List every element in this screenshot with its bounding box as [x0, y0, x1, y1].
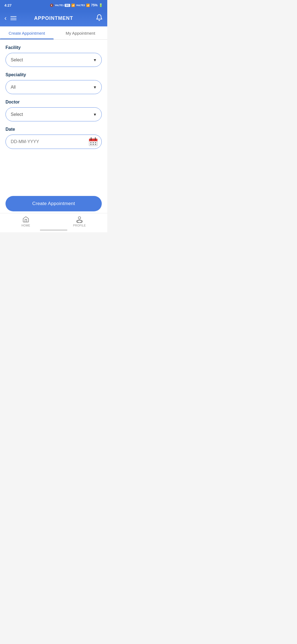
- doctor-group: Doctor Select ▼: [6, 100, 102, 121]
- create-appointment-button[interactable]: Create Appointment: [6, 196, 102, 211]
- svg-point-12: [77, 220, 81, 223]
- header-left: ‹: [4, 14, 16, 22]
- form-content: Facility Select ▼ Speciality All ▼ Docto…: [0, 40, 107, 193]
- back-button[interactable]: ‹: [4, 14, 7, 22]
- battery-text: 75%: [91, 3, 98, 7]
- speciality-select[interactable]: All: [6, 80, 102, 94]
- profile-icon: [76, 216, 83, 223]
- facility-label: Facility: [6, 45, 102, 50]
- lte2-label: VoLTE2: [76, 4, 85, 7]
- notification-bell-icon[interactable]: [96, 14, 103, 23]
- facility-select[interactable]: Select: [6, 53, 102, 67]
- lte1-label: VoLTE1: [55, 4, 64, 7]
- signal2-icon: 📶: [86, 4, 90, 7]
- speciality-group: Speciality All ▼: [6, 72, 102, 94]
- battery-icon: 🔋: [99, 3, 103, 7]
- tab-bar: Create Appointment My Appointment: [0, 26, 107, 40]
- home-icon: [22, 216, 29, 223]
- date-label: Date: [6, 127, 102, 132]
- speciality-select-wrapper: All ▼: [6, 80, 102, 94]
- facility-select-wrapper: Select ▼: [6, 53, 102, 67]
- mute-icon: 🔇: [50, 4, 54, 7]
- page-title: APPOINTMENT: [34, 15, 73, 21]
- signal-icon: 📶: [71, 4, 75, 7]
- doctor-select-wrapper: Select ▼: [6, 107, 102, 121]
- profile-nav-label: PROFILE: [73, 224, 86, 227]
- status-icons: 🔇 VoLTE1 5G 📶 VoLTE2 📶 75% 🔋: [50, 3, 103, 7]
- status-bar: 4:27 🔇 VoLTE1 5G 📶 VoLTE2 📶 75% 🔋: [0, 0, 107, 10]
- nav-profile[interactable]: PROFILE: [73, 216, 86, 227]
- date-input[interactable]: [6, 135, 102, 149]
- doctor-label: Doctor: [6, 100, 102, 105]
- date-group: Date: [6, 127, 102, 149]
- date-input-wrapper: [6, 135, 102, 149]
- gesture-bar: [40, 230, 67, 231]
- tab-my-appointment[interactable]: My Appointment: [54, 26, 107, 39]
- tab-create-appointment[interactable]: Create Appointment: [0, 26, 54, 39]
- app-header: ‹ APPOINTMENT: [0, 10, 107, 26]
- facility-group: Facility Select ▼: [6, 45, 102, 67]
- svg-point-11: [78, 217, 81, 219]
- home-nav-label: HOME: [21, 224, 30, 227]
- speciality-label: Speciality: [6, 72, 102, 77]
- 5g-icon: 5G: [65, 4, 70, 7]
- status-time: 4:27: [4, 3, 12, 7]
- doctor-select[interactable]: Select: [6, 107, 102, 121]
- nav-home[interactable]: HOME: [21, 216, 30, 227]
- hamburger-menu[interactable]: [10, 16, 16, 20]
